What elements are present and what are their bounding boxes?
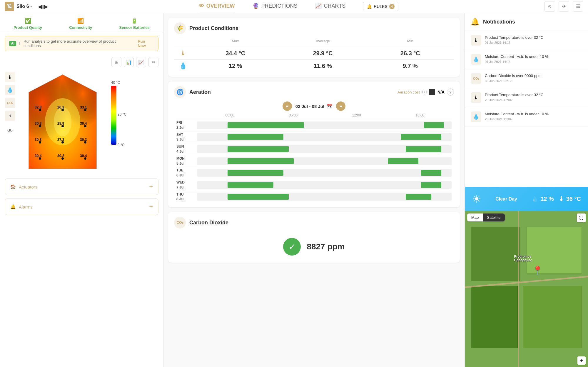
thu-bar-1 xyxy=(228,194,289,200)
tab-connectivity[interactable]: 📶 Connectivity xyxy=(69,18,92,30)
overview-label: OVERVIEW xyxy=(206,3,235,9)
notifications-bell-icon: 🔔 xyxy=(471,18,480,26)
notifications-title: Notifications xyxy=(483,19,515,25)
tab-product-quality[interactable]: ✅ Product Quality xyxy=(14,18,42,30)
product-conditions-card: 🌾 Product Conditions Max Average Min 🌡 3… xyxy=(168,18,460,77)
notification-item[interactable]: 💧 Moisture Content - w.b. is under 10 % … xyxy=(465,107,588,126)
map-zoom-plus-button[interactable]: + xyxy=(577,356,586,365)
co2-value: 8827 ppm xyxy=(307,242,345,251)
weather-humidity: 💧 12 % xyxy=(531,196,554,203)
heatmap-tool-layers[interactable]: ⊞ xyxy=(111,57,121,67)
notif-message-4: Product Temperature is over 32 °C xyxy=(485,92,543,98)
alarms-title: 🔔 Alarms xyxy=(10,204,33,209)
notif-message-2: Moisture Content - w.b. is under 10 % xyxy=(485,54,549,59)
weather-stats: 💧 12 % 🌡 36 °C xyxy=(531,196,581,203)
aeration-cost-value: N/A xyxy=(437,90,445,94)
co2-card-icon: CO₂ xyxy=(174,217,186,228)
conditions-moisture-row: 💧 12 % 11.6 % 9.7 % xyxy=(174,59,454,72)
scale-mid-label: 20 °C xyxy=(118,112,126,116)
map-tab-map[interactable]: Map xyxy=(467,213,483,221)
heatmap-tool-chart[interactable]: 📊 xyxy=(124,57,134,67)
sat-bar-2 xyxy=(401,134,442,140)
wed-bar-1 xyxy=(228,182,273,188)
nav-predictions[interactable]: 🔮 PREDICTIONS xyxy=(253,0,298,14)
notif-icon-4: 🌡 xyxy=(471,92,481,103)
notif-time-4: 29 Jun 2021 12:04 xyxy=(485,98,543,102)
map-fullscreen-button[interactable]: ⛶ xyxy=(577,213,586,222)
nav-charts[interactable]: 📈 CHARTS xyxy=(315,0,346,14)
notification-item[interactable]: CO₂ Carbon Dioxide is over 9000 ppm 30 J… xyxy=(465,69,588,88)
actuators-expand-icon[interactable]: + xyxy=(149,183,153,191)
fri-bar-1 xyxy=(228,122,304,128)
notif-message-5: Moisture Content - w.b. is under 10 % xyxy=(485,111,549,117)
map-tab-satellite[interactable]: Satellite xyxy=(483,213,505,221)
day-mon: MON 5 Jul xyxy=(176,156,197,166)
day-sat: SAT 3 Jul xyxy=(176,132,197,142)
sensor-icon-info[interactable]: ℹ xyxy=(5,111,15,121)
aeration-next-button[interactable]: » xyxy=(336,101,345,111)
time-06: 06:00 xyxy=(262,113,325,117)
svg-text:30.3: 30.3 xyxy=(80,138,87,142)
aeration-cost-label: Aeration cost xyxy=(397,90,420,94)
svg-text:32.8: 32.8 xyxy=(35,105,42,109)
aeration-date-range: 02 Jul - 08 Jul 📅 xyxy=(295,104,333,109)
rules-button[interactable]: 🔔 RULES 4 xyxy=(363,2,398,11)
heatmap-container: 🌡 💧 CO₂ ℹ 👁 xyxy=(0,69,163,175)
heatmap-svg: 32.8 26.3 33.1 30.3 28.9 30.4 30.3 xyxy=(20,72,105,172)
tab-sensor-batteries[interactable]: 🔋 Sensor Batteries xyxy=(119,18,150,30)
sensor-icon-moisture[interactable]: 💧 xyxy=(5,85,15,95)
svg-text:26.3: 26.3 xyxy=(57,105,64,109)
aeration-info-icon[interactable]: i xyxy=(422,90,427,94)
share-button[interactable]: ⎋ xyxy=(544,1,555,12)
sun-bar-1 xyxy=(228,146,289,152)
notif-time-5: 29 Jun 2021 12:04 xyxy=(485,117,549,121)
actuators-section[interactable]: 🏠 Actuators + xyxy=(5,179,158,195)
schedule-fri: FRI 2 Jul xyxy=(176,119,452,131)
weather-sun-icon: ☀ xyxy=(472,193,481,205)
map-marker: 📍 xyxy=(532,266,543,275)
tue-bar-2 xyxy=(421,170,441,176)
moisture-min: 9.7 % xyxy=(367,63,454,69)
nav-left-arrow[interactable]: ◀ xyxy=(38,3,42,10)
eye-icon[interactable]: 👁 xyxy=(5,126,15,136)
sensor-icon-co2[interactable]: CO₂ xyxy=(5,98,15,108)
notif-icon-5: 💧 xyxy=(471,111,481,122)
silo-title: Silo 6 xyxy=(16,4,29,9)
color-scale-bar xyxy=(111,86,116,145)
alarms-expand-icon[interactable]: + xyxy=(149,203,153,211)
heatmap-tool-edit[interactable]: ✏ xyxy=(148,57,158,67)
notif-icon-1: 🌡 xyxy=(471,35,481,46)
nav-overview[interactable]: 👁 OVERVIEW xyxy=(199,0,235,14)
app-logo: 🏗 xyxy=(5,2,14,11)
header-actions: ⎋ ✈ ☰ xyxy=(544,1,583,12)
sensor-icon-temperature[interactable]: 🌡 xyxy=(5,72,15,82)
send-button[interactable]: ✈ xyxy=(559,1,569,12)
weather-label: Clear Day xyxy=(495,196,517,202)
temp-max: 34.4 °C xyxy=(192,50,279,57)
nav-right-arrow[interactable]: ▶ xyxy=(44,3,48,10)
notif-time-3: 30 Jun 2021 02:12 xyxy=(485,79,542,83)
run-now-button[interactable]: Run Now xyxy=(138,39,154,48)
charts-label: CHARTS xyxy=(324,3,346,9)
notif-time-2: 01 Jul 2021 14:16 xyxy=(485,60,549,64)
connectivity-label: Connectivity xyxy=(69,25,92,30)
rules-badge: 4 xyxy=(389,4,395,9)
schedule-tue: TUE 6 Jul xyxy=(176,167,452,179)
quality-tabs: ✅ Product Quality 📶 Connectivity 🔋 Senso… xyxy=(0,13,163,32)
notification-item[interactable]: 🌡 Product Temperature is over 32 °C 29 J… xyxy=(465,88,588,107)
aeration-prev-button[interactable]: « xyxy=(283,101,292,111)
time-00: 00:00 xyxy=(198,113,262,117)
alarms-header: 🔔 Alarms + xyxy=(10,203,153,211)
map-location-label: ProdromosΠρόδρομος xyxy=(514,255,532,262)
menu-button[interactable]: ☰ xyxy=(573,1,583,12)
notification-item[interactable]: 💧 Moisture Content - w.b. is under 10 % … xyxy=(465,50,588,69)
conditions-header-row: Max Average Min xyxy=(174,39,454,43)
mon-bar-1 xyxy=(228,158,294,164)
aeration-help-icon[interactable]: ? xyxy=(447,89,454,96)
svg-text:27.3: 27.3 xyxy=(57,138,64,142)
alarms-section[interactable]: 🔔 Alarms + xyxy=(5,198,158,215)
notification-item[interactable]: 🌡 Product Temperature is over 32 °C 01 J… xyxy=(465,31,588,50)
heatmap-tool-trend[interactable]: 📈 xyxy=(136,57,146,67)
calendar-icon[interactable]: 📅 xyxy=(327,104,333,109)
col-min: Min xyxy=(367,39,454,43)
